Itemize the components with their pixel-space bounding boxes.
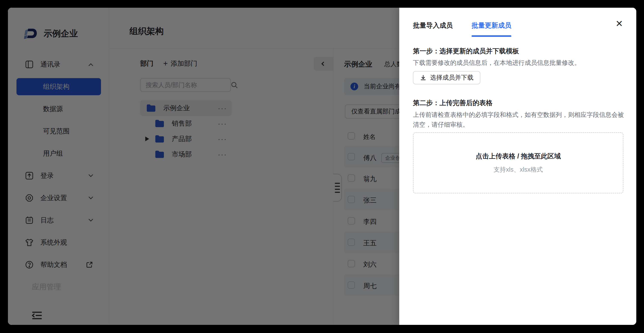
app-window: 示例企业 通讯录 组织架构 数据源: [8, 8, 636, 325]
step1-description: 下载需要修改的成员信息后，在本地进行成员信息批量修改。: [413, 58, 625, 68]
close-icon[interactable]: ✕: [616, 19, 623, 28]
tab-batch-import[interactable]: 批量导入成员: [413, 21, 453, 37]
step1-title: 第一步：选择更新的成员并下载模板: [413, 47, 519, 56]
upload-hint: 支持xls、xlsx格式: [494, 166, 543, 174]
step2-description: 上传前请检查表格中的必填字段和格式，如有空数据列，则相应字段信息会被清空，请仔细…: [413, 110, 625, 130]
select-and-download-button[interactable]: 选择成员并下载: [413, 71, 480, 84]
batch-update-drawer: 批量导入成员 批量更新成员 ✕ 第一步：选择更新的成员并下载模板 下载需要修改的…: [399, 8, 636, 325]
screen: 示例企业 通讯录 组织架构 数据源: [0, 0, 644, 333]
drawer-tabs: 批量导入成员 批量更新成员: [413, 21, 511, 37]
upload-dropzone[interactable]: 点击上传表格 / 拖拽至此区域 支持xls、xlsx格式: [413, 132, 624, 194]
download-button-label: 选择成员并下载: [430, 74, 474, 82]
tab-batch-update[interactable]: 批量更新成员: [472, 21, 511, 37]
step2-title: 第二步：上传完善后的表格: [413, 98, 492, 108]
download-icon: [420, 74, 426, 81]
upload-title: 点击上传表格 / 拖拽至此区域: [476, 152, 561, 161]
